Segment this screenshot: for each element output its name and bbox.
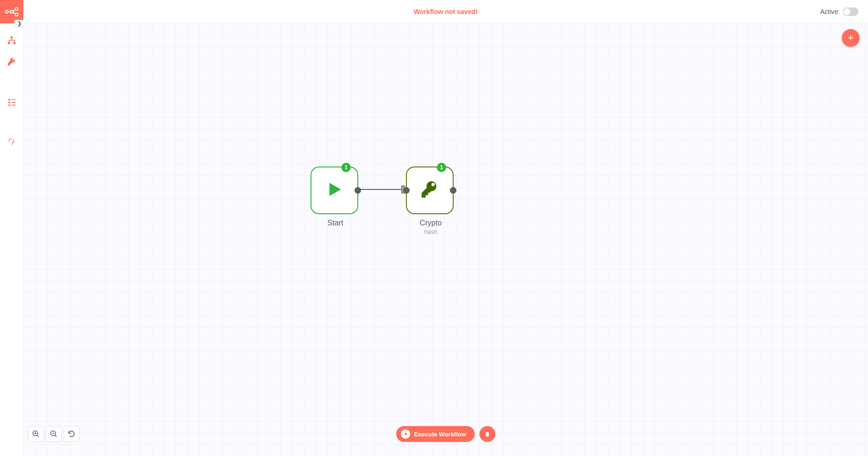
sidebar-item-workflows[interactable] — [0, 36, 23, 45]
zoom-in-button[interactable] — [28, 426, 44, 442]
sidebar-nav — [0, 23, 23, 147]
undo-icon — [67, 430, 76, 438]
svg-rect-6 — [13, 42, 15, 44]
execute-workflow-button[interactable]: Execute Workflow — [396, 426, 475, 442]
add-node-button[interactable]: + — [842, 29, 860, 47]
sidebar-expand-button[interactable]: ❯ — [14, 20, 24, 27]
svg-point-0 — [6, 10, 8, 13]
node-crypto[interactable]: 1 Crypto hash — [406, 166, 454, 214]
canvas-controls — [28, 426, 80, 442]
workflow-canvas[interactable]: 1 Start 1 Crypto hash + — [23, 23, 868, 456]
node-crypto-output-port[interactable] — [450, 187, 456, 194]
node-crypto-count: 1 — [437, 163, 446, 172]
execute-bar: Execute Workflow — [396, 426, 495, 442]
svg-rect-4 — [11, 36, 13, 38]
trash-icon — [484, 431, 491, 437]
node-connection[interactable] — [358, 189, 405, 190]
sidebar-item-credentials[interactable] — [0, 57, 23, 66]
play-icon — [325, 180, 344, 201]
workflow-icon — [7, 36, 16, 45]
svg-point-2 — [15, 7, 18, 10]
help-icon — [7, 138, 16, 147]
logo-icon — [5, 7, 19, 17]
key-icon — [7, 57, 16, 66]
reset-view-button[interactable] — [64, 426, 80, 442]
node-start-output-port[interactable] — [354, 187, 361, 194]
sidebar: ❯ — [0, 0, 23, 456]
plus-icon: + — [848, 32, 854, 44]
logo[interactable]: ❯ — [0, 0, 23, 23]
sidebar-item-executions[interactable] — [0, 97, 23, 107]
svg-point-3 — [15, 13, 18, 16]
zoom-out-icon — [50, 430, 58, 438]
executions-icon — [7, 97, 16, 107]
header: Workflow not saved! Active: — [23, 0, 868, 23]
chevron-right-icon: ❯ — [17, 21, 22, 27]
node-crypto-input-port[interactable] — [403, 187, 410, 194]
node-crypto-label: Crypto hash — [384, 219, 477, 235]
key-icon — [420, 180, 440, 201]
active-toggle[interactable] — [843, 7, 859, 16]
clear-execution-button[interactable] — [479, 426, 495, 442]
node-start-count: 1 — [341, 163, 351, 172]
active-toggle-group: Active: — [820, 7, 859, 16]
sidebar-item-help[interactable] — [0, 138, 23, 147]
unsaved-banner: Workflow not saved! — [23, 8, 868, 15]
execute-label: Execute Workflow — [414, 431, 466, 438]
node-start[interactable]: 1 Start — [311, 166, 358, 214]
zoom-in-icon — [32, 430, 40, 438]
node-start-label: Start — [289, 219, 382, 227]
active-label: Active: — [820, 8, 840, 15]
zoom-out-button[interactable] — [46, 426, 62, 442]
play-circle-icon — [401, 429, 410, 439]
node-crypto-sublabel: hash — [384, 228, 477, 235]
svg-rect-5 — [8, 42, 10, 44]
svg-point-1 — [10, 10, 13, 13]
